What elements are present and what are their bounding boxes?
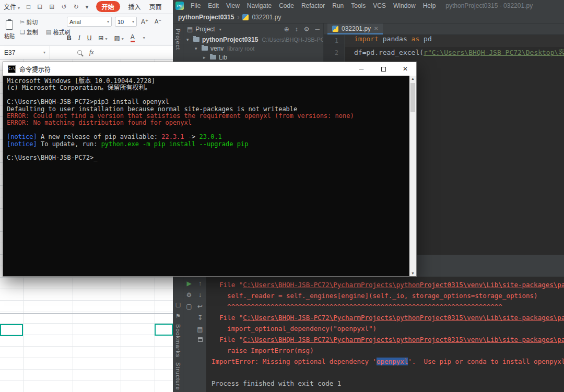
print-icon[interactable]: ⊞ xyxy=(49,3,54,10)
project-panel-title[interactable]: Project xyxy=(195,26,215,33)
underline-button[interactable]: U xyxy=(87,34,92,42)
menu-item-refactor[interactable]: Refactor xyxy=(298,1,328,11)
cut-button[interactable]: ✂剪切 xyxy=(20,18,38,26)
redo-icon[interactable]: ↻ xyxy=(73,3,78,10)
tree-chevron-icon[interactable]: ▸ xyxy=(203,55,209,60)
console-toolbar-col2: ↑↓↩↧▤ xyxy=(195,280,205,342)
code-line-2[interactable]: df=pd.read_excel(r"C:\Users\BHQH-JSB-PC7… xyxy=(345,47,564,59)
menu-item-window[interactable]: Window xyxy=(390,1,419,11)
selected-cell[interactable] xyxy=(0,324,23,336)
run-window-icon[interactable]: ▢ xyxy=(175,301,181,308)
menu-item-code[interactable]: Code xyxy=(275,1,298,11)
editor-tab[interactable]: 032201.py ✕ xyxy=(327,23,383,34)
menu-item-tools[interactable]: Tools xyxy=(347,1,369,11)
chevron-down-icon: ▾ xyxy=(143,35,145,40)
tree-chevron-icon[interactable]: ▾ xyxy=(186,37,192,42)
expand-collapse-icon[interactable]: ↕ xyxy=(295,26,298,33)
stripe-structure-button[interactable]: Structure xyxy=(175,362,181,390)
print-console-icon[interactable]: ▤ xyxy=(197,326,203,333)
menu-item-vcs[interactable]: VCS xyxy=(369,1,390,11)
breadcrumb-file[interactable]: 032201.py xyxy=(252,14,281,21)
increase-font-button[interactable]: A⁺ xyxy=(141,18,148,26)
stripe-bookmarks-button[interactable]: Bookmarks xyxy=(175,324,181,358)
tab-home[interactable]: 开始 xyxy=(96,1,120,12)
font-family-select[interactable]: Arial▾ xyxy=(67,17,112,27)
bookmark-icon[interactable]: ⚑ xyxy=(175,313,181,319)
menu-item-view[interactable]: View xyxy=(222,1,243,11)
editor-lines[interactable]: import pandas as pddf=pd.read_excel(r"C:… xyxy=(345,35,564,59)
save-icon[interactable]: ⊟ xyxy=(37,3,42,10)
font-color-button[interactable]: A xyxy=(131,33,135,42)
rerun-button[interactable]: ▶ xyxy=(186,280,191,287)
cmd-titlebar[interactable]: C:\ 命令提示符 ─ ✕ xyxy=(3,62,416,76)
new-file-icon[interactable]: □ xyxy=(27,3,30,10)
menu-item-navigate[interactable]: Navigate xyxy=(243,1,275,11)
folder-icon xyxy=(193,37,199,42)
settings-icon[interactable]: ⚙ xyxy=(186,291,192,299)
stripe-project-button[interactable]: Project xyxy=(175,29,181,50)
python-file-icon xyxy=(242,14,249,20)
undo-icon[interactable]: ↺ xyxy=(61,3,66,10)
down-stack-trace-icon[interactable]: ↓ xyxy=(198,291,202,299)
minimize-button[interactable]: ─ xyxy=(350,62,372,76)
locate-file-icon[interactable]: ⊕ xyxy=(284,26,289,33)
cmd-scrollbar[interactable]: ▲ ▼ xyxy=(409,76,416,276)
pin-tab-icon[interactable]: ▢ xyxy=(186,303,192,310)
terminal[interactable]: Microsoft Windows [版本 10.0.19044.2728](c… xyxy=(3,76,409,276)
code-line-1[interactable]: import pandas as pd xyxy=(345,35,564,47)
tab-close-icon[interactable]: ✕ xyxy=(374,26,378,31)
hide-panel-icon[interactable]: ─ xyxy=(315,26,320,33)
copy-button[interactable]: ❏复制 xyxy=(20,28,38,36)
terminal-line: [notice] To update, run: python.exe -m p… xyxy=(7,141,409,148)
clear-console-icon[interactable] xyxy=(198,337,203,342)
name-box[interactable]: E37▾ xyxy=(0,46,50,59)
console-output[interactable]: File "C:\Users\BHQH-JSB-PC72\PycharmProj… xyxy=(206,277,564,392)
tab-page-layout[interactable]: 页面 xyxy=(149,2,162,11)
tree-item-pythonProject0315[interactable]: ▾pythonProject0315C:\Users\BHQH-JSB-PC72… xyxy=(183,35,323,44)
tree-item-label: venv xyxy=(210,45,224,52)
console-toolbar-col1: ▶⚙▢ xyxy=(184,280,194,310)
tree-item-detail: library root xyxy=(227,45,254,52)
file-menu[interactable]: 文件▾ xyxy=(4,2,20,11)
console-line xyxy=(212,367,564,378)
chevron-right-icon: › xyxy=(237,14,239,21)
scroll-down-icon[interactable]: ▼ xyxy=(409,271,416,275)
menu-item-run[interactable]: Run xyxy=(328,1,347,11)
scroll-thumb[interactable] xyxy=(410,83,415,112)
magnifier-icon[interactable] xyxy=(77,50,82,55)
terminal-line: C:\Users\BHQH-JSB-PC72>pip3 install open… xyxy=(7,99,409,105)
tree-item-Lib[interactable]: ▸Lib xyxy=(183,53,323,62)
tree-item-venv[interactable]: ▾venvlibrary root xyxy=(183,44,323,53)
project-panel-icon: ▤ xyxy=(187,26,193,33)
breadcrumb-project[interactable]: pythonProject0315 xyxy=(178,14,234,21)
soft-wrap-icon[interactable]: ↩ xyxy=(197,303,203,310)
tab-insert[interactable]: 插入 xyxy=(128,2,141,11)
window-title: pythonProject0315 - 032201.py xyxy=(445,2,533,9)
menu-item-help[interactable]: Help xyxy=(419,1,440,11)
cmd-window[interactable]: C:\ 命令提示符 ─ ✕ Microsoft Windows [版本 10.0… xyxy=(3,62,417,277)
cell-border xyxy=(0,313,173,314)
menu-item-file[interactable]: File xyxy=(187,1,204,11)
scroll-up-icon[interactable]: ▲ xyxy=(409,77,416,80)
italic-button[interactable]: I xyxy=(78,34,80,42)
chevron-down-icon: ▾ xyxy=(105,37,107,41)
console-line: raise ImportError(msg) xyxy=(212,345,564,356)
borders-button[interactable]: ⊞▾ xyxy=(98,34,107,42)
settings-gear-icon[interactable]: ⚙ xyxy=(304,26,310,33)
close-button[interactable]: ✕ xyxy=(394,62,416,76)
menu-items: FileEditViewNavigateCodeRefactorRunTools… xyxy=(187,1,439,11)
more-tools-icon[interactable]: ▾ xyxy=(86,3,89,10)
scroll-to-end-icon[interactable]: ↧ xyxy=(197,314,203,322)
maximize-button[interactable] xyxy=(372,62,394,76)
tree-chevron-icon[interactable]: ▾ xyxy=(195,46,201,51)
fill-color-button[interactable]: ▨▾ xyxy=(114,34,123,42)
menu-item-edit[interactable]: Edit xyxy=(204,1,222,11)
decrease-font-button[interactable]: A⁻ xyxy=(155,18,161,25)
bold-button[interactable]: B xyxy=(67,34,72,42)
up-stack-trace-icon[interactable]: ↑ xyxy=(198,280,202,287)
font-size-select[interactable]: 10▾ xyxy=(115,17,137,27)
selected-cell-2[interactable] xyxy=(155,324,173,336)
maximize-icon xyxy=(381,67,386,72)
paste-button[interactable]: 粘贴 xyxy=(2,16,17,44)
console-toolbar: ▶⚙▢ ↑↓↩↧▤ xyxy=(183,277,206,392)
